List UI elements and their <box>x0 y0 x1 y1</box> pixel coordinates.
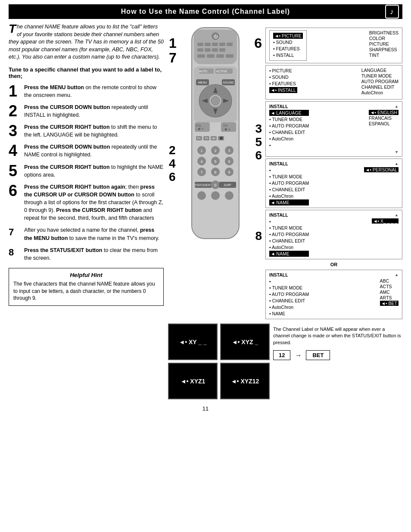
panel5-auto: • AUTO PROGRAM <box>269 231 309 237</box>
screen-xyz12: ◄• XYZ12 <box>220 363 270 399</box>
panel4-autochron: • AutoChron <box>269 193 309 199</box>
step-text-3: Press the CURSOR RIGHT button to shift t… <box>24 123 164 139</box>
panel3-english: ◄• ENGLISH <box>369 110 399 115</box>
panel2-picture: • PICTURE <box>269 68 297 74</box>
svg-point-73 <box>225 191 234 200</box>
panel5-up-arrow: ▲ <box>395 213 399 217</box>
panel3-title: INSTALL <box>269 104 288 109</box>
svg-text:AUTO: AUTO <box>199 70 208 73</box>
panel3-channel: • CHANNEL EDIT <box>269 129 309 135</box>
svg-text:- ⊕ +: - ⊕ + <box>196 127 204 131</box>
panel3-autochron: • AutoChron <box>269 136 309 142</box>
panel4-up-arrow: ▲ <box>395 162 399 166</box>
panel3-dot: ▪ <box>269 142 309 148</box>
svg-text:6: 6 <box>228 159 230 164</box>
svg-point-28 <box>211 96 220 105</box>
panel4-title: INSTALL <box>269 161 288 166</box>
menu-panel-4: INSTALL ▲ ▪ • TUNER MODE • AUTO PROGRAM … <box>265 159 402 208</box>
menu-panel-5: INSTALL ▲ ▪ • TUNER MODE • AUTO PROGRAM … <box>265 210 402 259</box>
svg-text:5: 5 <box>214 159 216 164</box>
panel6-right: ABC ACTS AMC ARTS ◄• BET <box>380 278 399 306</box>
panel1-tint: TINT <box>369 53 399 58</box>
svg-text:4: 4 <box>200 159 202 164</box>
panel6-autochron: • AutoChron <box>269 304 309 310</box>
panel3-auto: • AUTO PROGRAM <box>269 123 309 129</box>
step-num-2: 2 <box>9 103 21 119</box>
left-column: The channel NAME feature allows you to l… <box>9 23 164 399</box>
step-num-5: 5 <box>9 163 21 179</box>
panel6-acts: ACTS <box>380 284 399 289</box>
panel2-autochron: AutoChron <box>361 90 399 95</box>
right-step-num-6top: 6 <box>254 36 262 51</box>
panel4-channel: • CHANNEL EDIT <box>269 187 309 193</box>
panel5-tuner: • TUNER MODE <box>269 225 309 231</box>
panel3-francais: FRANCAIS <box>369 115 399 121</box>
panel2-auto: AUTO PROGRAM <box>361 79 399 84</box>
svg-text:STATUS/EXIT: STATUS/EXIT <box>195 184 212 187</box>
svg-text:2: 2 <box>214 149 216 153</box>
step-6: 6 Press the CURSOR RIGHT button again; t… <box>9 183 164 222</box>
svg-text:1: 1 <box>200 149 202 153</box>
panel6-channel: • CHANNEL EDIT <box>269 298 309 304</box>
panel6-up-arrow: ▲ <box>395 273 399 277</box>
header-icon: ♪ <box>385 5 399 19</box>
panel5-dot: ▪ <box>269 218 309 224</box>
panel4-auto: • AUTO PROGRAM <box>269 180 309 186</box>
svg-rect-15 <box>216 54 224 58</box>
channel-arrow-icon: → <box>295 352 302 359</box>
step-num-7: 7 <box>9 227 21 237</box>
steps-container: 1 Press the MENU button on the remote co… <box>9 84 164 262</box>
svg-rect-12 <box>219 48 225 52</box>
drop-cap: T <box>9 23 16 34</box>
panel6-bet: ◄• BET <box>380 301 399 306</box>
panel3-down-arrow: ▼ <box>269 149 399 154</box>
page-header: How to Use the Name Control (Channel Lab… <box>9 4 402 19</box>
svg-rect-14 <box>207 54 215 58</box>
bottom-area: ◄• XY _ _ ◄• XYZ _ ◄• XYZ1 ◄• XYZ12 The … <box>168 324 402 399</box>
step-num-6: 6 <box>9 183 21 199</box>
panel1-item-sound: • SOUND <box>273 39 303 45</box>
or-label: OR <box>265 261 402 268</box>
svg-text:SURF: SURF <box>224 184 231 187</box>
step-8: 8 Press the STATUS/EXIT button to clear … <box>9 246 164 262</box>
step-num-1: 1 <box>9 84 21 99</box>
left-step-nums: 17 <box>169 36 177 65</box>
hint-body: The five characters that the channel NAM… <box>13 280 159 302</box>
panel1-item-picture: ◄• PICTURE <box>273 33 303 39</box>
panel4-name: ◄ NAME <box>269 199 309 205</box>
channel-note-area: The Channel Label or NAME will appear wh… <box>273 324 402 360</box>
panel2-language: LANGUAGE <box>361 68 399 73</box>
screens-grid: ◄• XY _ _ ◄• XYZ _ ◄• XYZ1 ◄• XYZ12 <box>168 324 270 399</box>
step-num-4: 4 <box>9 143 21 159</box>
panel4-tuner: • TUNER MODE <box>269 174 309 180</box>
svg-text:9: 9 <box>228 170 230 174</box>
svg-text:0: 0 <box>214 183 216 187</box>
svg-rect-9 <box>197 48 203 52</box>
page-number: 11 <box>0 405 411 412</box>
panel6-abc: ABC <box>380 278 399 283</box>
svg-text:3: 3 <box>228 149 230 153</box>
step-5: 5 Press the CURSOR RIGHT button to highl… <box>9 163 164 179</box>
panel5-autochron: • AutoChron <box>269 244 309 250</box>
svg-point-72 <box>211 191 220 200</box>
channel-name: BET <box>306 350 330 360</box>
svg-text:MENU: MENU <box>198 81 207 84</box>
svg-text:HD: HD <box>212 137 216 140</box>
svg-rect-6 <box>212 43 218 46</box>
svg-text:- ⊕ +: - ⊕ + <box>222 128 230 131</box>
panel5-name: ◄ NAME <box>269 251 309 257</box>
svg-rect-8 <box>227 43 233 46</box>
panel2-sound: • SOUND <box>269 74 297 80</box>
screen-xy: ◄• XY _ _ <box>168 324 218 360</box>
svg-text:CH: CH <box>223 124 227 127</box>
step-4: 4 Press the CURSOR DOWN button repeatedl… <box>9 143 164 159</box>
step-3: 3 Press the CURSOR RIGHT button to shift… <box>9 123 164 139</box>
left-step-nums-2-4-6: 246 <box>169 144 176 184</box>
remote-area: 17 6 356 246 8 ⏻ <box>168 23 263 247</box>
screen-xyz1: ◄• XYZ1 <box>168 363 218 399</box>
bottom-step-num-8: 8 <box>255 229 262 243</box>
panel1-item-install: • INSTALL <box>273 52 303 58</box>
panel3-tuner: • TUNER MODE <box>269 116 309 122</box>
panel6-dot: ▪ <box>269 278 309 284</box>
svg-rect-16 <box>226 54 234 58</box>
